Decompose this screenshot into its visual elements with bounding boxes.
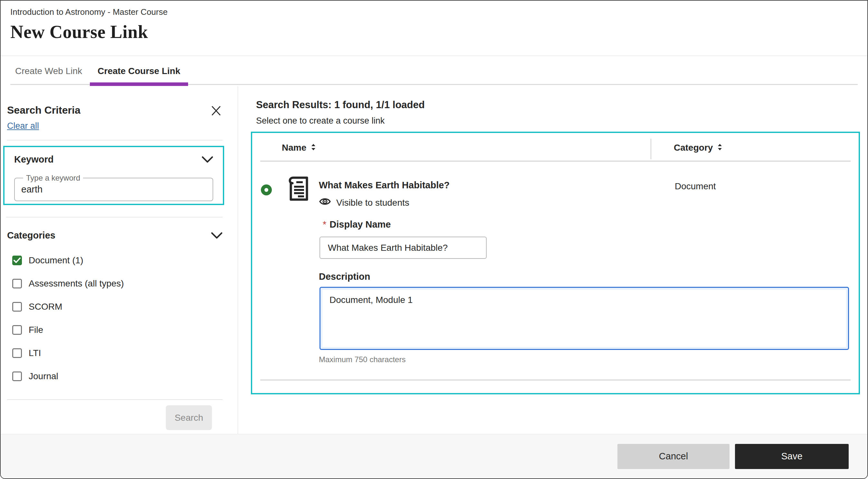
- description-textarea[interactable]: Document, Module 1: [322, 290, 846, 347]
- keyword-collapse-toggle[interactable]: [202, 156, 213, 163]
- column-header-name[interactable]: Name: [282, 142, 316, 153]
- search-criteria-heading: Search Criteria: [7, 104, 81, 116]
- description-label: Description: [319, 272, 370, 282]
- checkbox-icon: [12, 302, 22, 312]
- chevron-down-icon: [202, 159, 213, 164]
- category-checkbox-file[interactable]: File: [7, 325, 222, 335]
- column-divider: [651, 139, 651, 159]
- tab-create-course-link[interactable]: Create Course Link: [90, 56, 188, 86]
- sidebar-divider: [7, 140, 222, 140]
- keyword-field: Type a keyword: [14, 178, 213, 201]
- search-results-area: Search Results: 1 found, 1/1 loaded Sele…: [238, 86, 867, 434]
- page-title: New Course Link: [10, 22, 867, 42]
- category-checkbox-lti[interactable]: LTI: [7, 348, 222, 358]
- result-name[interactable]: What Makes Earth Habitable?: [319, 180, 450, 191]
- description-field: Document, Module 1: [319, 287, 849, 350]
- result-row-rule: [260, 380, 850, 381]
- category-checkbox-journal[interactable]: Journal: [7, 372, 222, 381]
- display-name-label: *Display Name: [323, 219, 391, 230]
- search-results-subtitle: Select one to create a course link: [256, 116, 867, 126]
- column-header-category[interactable]: Category: [674, 142, 722, 153]
- visibility-status: Visible to students: [336, 198, 409, 208]
- keyword-heading: Keyword: [14, 154, 54, 165]
- categories-collapse-toggle[interactable]: [211, 232, 222, 239]
- result-radio[interactable]: [261, 185, 272, 195]
- close-icon: [210, 113, 222, 118]
- checkbox-icon: [12, 372, 22, 381]
- sidebar-divider: [6, 217, 222, 217]
- checkbox-icon: [12, 348, 22, 358]
- description-help-text: Maximum 750 characters: [319, 355, 405, 364]
- breadcrumb: Introduction to Astronomy - Master Cours…: [10, 7, 867, 17]
- tab-create-web-link[interactable]: Create Web Link: [7, 56, 90, 86]
- search-results-panel: Name Category: [251, 132, 860, 394]
- checkbox-checked-icon: [12, 256, 22, 265]
- document-icon: [286, 175, 311, 204]
- checkbox-icon: [12, 279, 22, 288]
- sort-arrows-icon: [311, 142, 316, 153]
- required-marker: *: [323, 219, 326, 229]
- category-checkbox-assessments[interactable]: Assessments (all types): [7, 279, 222, 288]
- keyword-field-label: Type a keyword: [23, 173, 83, 183]
- clear-all-link[interactable]: Clear all: [7, 121, 39, 131]
- table-header-rule: [260, 161, 850, 162]
- checkbox-icon: [12, 325, 22, 335]
- sidebar-divider: [7, 400, 222, 400]
- page-header: Introduction to Astronomy - Master Cours…: [1, 1, 867, 56]
- search-button[interactable]: Search: [166, 405, 212, 430]
- cancel-button[interactable]: Cancel: [617, 444, 730, 469]
- tab-bar: Create Web Link Create Course Link: [1, 56, 867, 86]
- chevron-down-icon: [211, 235, 222, 240]
- eye-icon: [319, 197, 331, 209]
- modal-footer: Cancel Save: [1, 434, 867, 478]
- sort-arrows-icon: [717, 142, 722, 153]
- categories-heading: Categories: [7, 230, 55, 241]
- close-search-button[interactable]: [210, 104, 222, 117]
- save-button[interactable]: Save: [735, 444, 849, 469]
- result-category: Document: [675, 181, 716, 192]
- category-checkbox-scorm[interactable]: SCORM: [7, 302, 222, 312]
- search-criteria-sidebar: Search Criteria Clear all Keyword: [1, 86, 238, 434]
- search-results-heading: Search Results: 1 found, 1/1 loaded: [256, 99, 867, 111]
- display-name-input[interactable]: [319, 236, 487, 259]
- new-course-link-modal: Introduction to Astronomy - Master Cours…: [0, 0, 868, 479]
- keyword-filter-section: Keyword Type a keyword: [3, 146, 224, 205]
- category-checkbox-document[interactable]: Document (1): [7, 256, 222, 265]
